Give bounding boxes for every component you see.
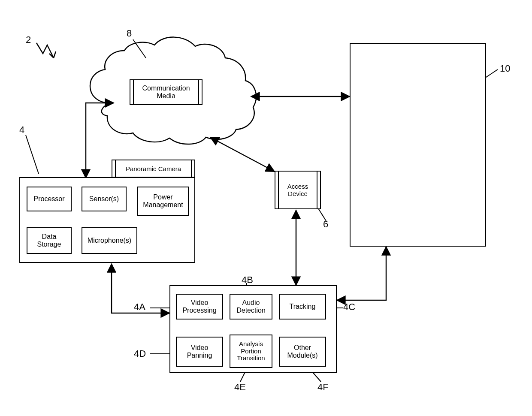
analysis-portion-transition-label: Analysis Portion Transition bbox=[232, 341, 270, 362]
video-panning-box: Video Panning bbox=[176, 337, 223, 367]
svg-line-1 bbox=[26, 135, 39, 174]
access-device-box: Access Device bbox=[275, 171, 321, 209]
sensors-box: Sensor(s) bbox=[82, 187, 127, 211]
video-processing-box: Video Processing bbox=[176, 294, 223, 320]
communication-media-label: Communication Media bbox=[136, 84, 196, 100]
ref-system: 2 bbox=[26, 34, 31, 45]
ref-mod-f: 4F bbox=[317, 382, 329, 393]
communication-media-box: Communication Media bbox=[130, 79, 203, 105]
data-storage-box: Data Storage bbox=[27, 227, 72, 254]
microphones-label: Microphone(s) bbox=[88, 237, 131, 244]
ref-mod-c: 4C bbox=[343, 301, 355, 313]
data-storage-label: Data Storage bbox=[29, 233, 69, 248]
power-management-label: Power Management bbox=[140, 193, 186, 208]
audio-detection-label: Audio Detection bbox=[232, 299, 270, 314]
ref-access-device: 6 bbox=[323, 219, 328, 230]
access-device-label: Access Device bbox=[281, 183, 315, 197]
ref-device: 4 bbox=[19, 124, 24, 136]
diagram-canvas: 2 8 4 10 6 4A 4B 4C 4D 4E 4F bbox=[0, 0, 532, 416]
panoramic-camera-label: Panoramic Camera bbox=[126, 165, 181, 172]
ref-mod-a: 4A bbox=[134, 301, 145, 313]
processor-label: Processor bbox=[33, 195, 64, 203]
processor-box: Processor bbox=[27, 187, 72, 211]
svg-line-2 bbox=[485, 69, 498, 78]
ref-server-box: 10 bbox=[500, 63, 510, 74]
tracking-label: Tracking bbox=[290, 303, 316, 310]
svg-line-11 bbox=[210, 137, 275, 172]
power-management-box: Power Management bbox=[137, 187, 189, 216]
sensors-label: Sensor(s) bbox=[89, 195, 119, 203]
audio-detection-box: Audio Detection bbox=[230, 294, 272, 320]
other-modules-box: Other Module(s) bbox=[279, 337, 326, 367]
server-container-box bbox=[350, 43, 486, 247]
video-processing-label: Video Processing bbox=[178, 299, 221, 314]
panoramic-camera-box: Panoramic Camera bbox=[112, 160, 195, 178]
ref-mod-b: 4B bbox=[242, 274, 253, 286]
other-modules-label: Other Module(s) bbox=[281, 344, 323, 359]
ref-mod-e: 4E bbox=[234, 382, 246, 393]
ref-cloud: 8 bbox=[127, 28, 132, 39]
analysis-portion-transition-box: Analysis Portion Transition bbox=[230, 335, 272, 368]
tracking-box: Tracking bbox=[279, 294, 326, 320]
microphones-box: Microphone(s) bbox=[82, 227, 137, 254]
video-panning-label: Video Panning bbox=[178, 344, 221, 359]
ref-mod-d: 4D bbox=[134, 348, 146, 359]
svg-line-0 bbox=[133, 39, 146, 58]
